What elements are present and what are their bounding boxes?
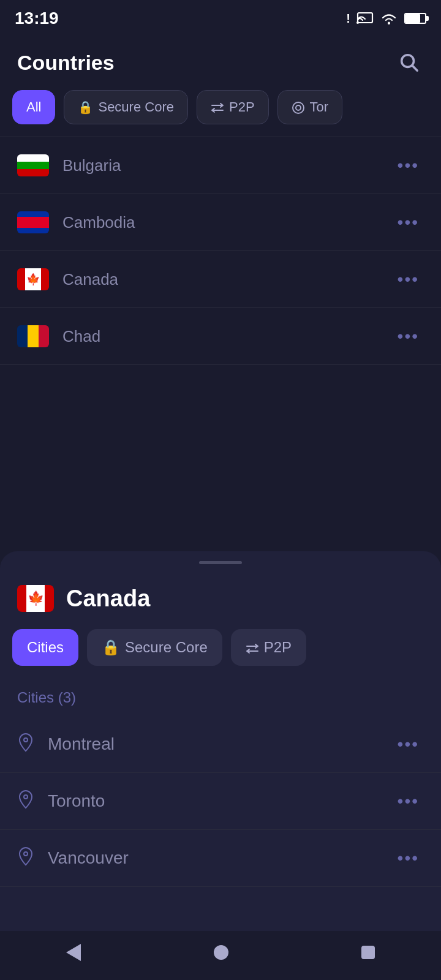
- search-button[interactable]: [393, 47, 424, 79]
- country-item-bulgaria[interactable]: Bulgaria •••: [0, 137, 441, 194]
- svg-point-1: [356, 21, 359, 24]
- sheet-country-name: Canada: [66, 586, 150, 612]
- tab-tor-label: Tor: [310, 99, 329, 115]
- secure-core-icon: 🔒: [78, 100, 93, 115]
- more-button-vancouver[interactable]: •••: [393, 846, 424, 870]
- flag-canada: 🍁: [17, 268, 49, 290]
- tab-p2p[interactable]: P2P: [197, 90, 269, 124]
- cast-icon: [356, 12, 374, 25]
- tab-p2p-label: P2P: [229, 99, 255, 115]
- city-list: Montreal ••• Toronto ••• Vancouver: [0, 716, 441, 887]
- more-button-bulgaria[interactable]: •••: [393, 153, 424, 178]
- nav-home-button[interactable]: [195, 939, 247, 966]
- status-bar: 13:19 !: [0, 0, 441, 34]
- tab-secure-core[interactable]: 🔒 Secure Core: [64, 90, 188, 124]
- country-name-cambodia: Cambodia: [62, 213, 393, 232]
- sheet-header: 🍁 Canada: [0, 579, 441, 629]
- bottom-sheet: 🍁 Canada Cities 🔒 Secure Core P2P Cities…: [0, 551, 441, 980]
- location-icon-toronto: [17, 790, 34, 813]
- p2p-icon: [211, 100, 224, 115]
- tor-icon: [292, 100, 305, 115]
- status-time: 13:19: [15, 9, 59, 28]
- more-button-chad[interactable]: •••: [393, 324, 424, 349]
- sheet-tab-secure-core[interactable]: 🔒 Secure Core: [87, 629, 222, 666]
- more-button-cambodia[interactable]: •••: [393, 210, 424, 235]
- page-title: Countries: [17, 51, 115, 75]
- status-icons: !: [346, 12, 426, 26]
- sheet-tab-cities[interactable]: Cities: [12, 629, 78, 666]
- country-item-chad[interactable]: Chad •••: [0, 308, 441, 365]
- location-icon-vancouver: [17, 846, 34, 870]
- country-name-bulgaria: Bulgaria: [62, 156, 393, 175]
- cities-section-title: Cities (3): [0, 683, 441, 716]
- city-item-montreal[interactable]: Montreal •••: [0, 716, 441, 773]
- svg-point-5: [293, 102, 304, 113]
- search-icon: [398, 51, 419, 72]
- svg-point-7: [24, 738, 28, 742]
- city-name-montreal: Montreal: [48, 734, 393, 754]
- tab-tor[interactable]: Tor: [277, 90, 343, 124]
- back-icon: [66, 944, 81, 961]
- recents-icon: [361, 946, 375, 959]
- sheet-tab-cities-label: Cities: [27, 639, 64, 656]
- svg-point-2: [388, 22, 390, 24]
- sheet-tabs: Cities 🔒 Secure Core P2P: [0, 629, 441, 683]
- country-list: Bulgaria ••• Cambodia ••• 🍁 Canada ••• C…: [0, 137, 441, 365]
- svg-line-4: [412, 66, 417, 70]
- alert-icon: !: [346, 12, 350, 26]
- sheet-tab-p2p-label: P2P: [264, 639, 292, 656]
- svg-point-6: [296, 105, 301, 110]
- svg-point-8: [24, 795, 28, 799]
- home-icon: [214, 945, 228, 960]
- nav-back-button[interactable]: [48, 938, 99, 967]
- nav-bar: [0, 931, 441, 980]
- city-name-toronto: Toronto: [48, 791, 393, 811]
- city-item-toronto[interactable]: Toronto •••: [0, 773, 441, 830]
- more-button-canada[interactable]: •••: [393, 267, 424, 292]
- sheet-tab-secure-core-label: Secure Core: [125, 639, 208, 656]
- header: Countries: [0, 34, 441, 90]
- country-item-cambodia[interactable]: Cambodia •••: [0, 194, 441, 251]
- flag-bulgaria: [17, 154, 49, 176]
- location-icon-montreal: [17, 733, 34, 756]
- tab-all[interactable]: All: [12, 90, 55, 124]
- sheet-secure-core-icon: 🔒: [102, 639, 120, 656]
- sheet-tab-p2p[interactable]: P2P: [231, 629, 306, 666]
- sheet-p2p-icon: [246, 639, 259, 656]
- battery-icon: [404, 13, 426, 24]
- country-name-canada: Canada: [62, 270, 393, 289]
- wifi-icon: [380, 12, 398, 25]
- flag-cambodia: [17, 211, 49, 233]
- nav-recents-button[interactable]: [343, 940, 393, 965]
- more-button-toronto[interactable]: •••: [393, 789, 424, 813]
- country-item-canada[interactable]: 🍁 Canada •••: [0, 251, 441, 308]
- sheet-handle: [199, 561, 242, 564]
- tab-secure-core-label: Secure Core: [98, 99, 174, 115]
- flag-chad: [17, 325, 49, 347]
- svg-point-9: [24, 852, 28, 856]
- sheet-flag-canada: 🍁: [17, 585, 54, 612]
- city-name-vancouver: Vancouver: [48, 848, 393, 868]
- city-item-vancouver[interactable]: Vancouver •••: [0, 830, 441, 887]
- country-name-chad: Chad: [62, 327, 393, 346]
- more-button-montreal[interactable]: •••: [393, 732, 424, 756]
- tab-all-label: All: [26, 99, 41, 115]
- filter-tabs: All 🔒 Secure Core P2P Tor: [0, 90, 441, 137]
